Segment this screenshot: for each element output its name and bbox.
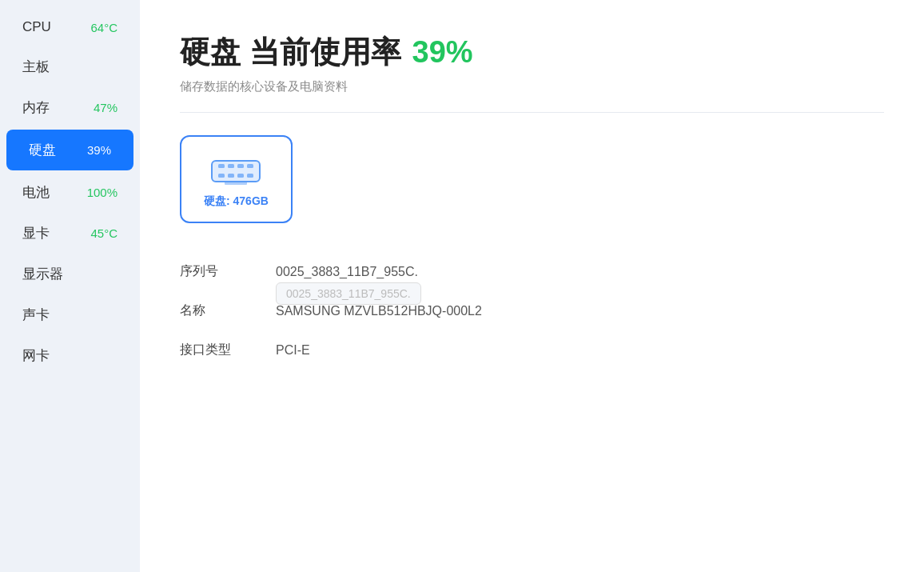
svg-rect-5 — [247, 164, 253, 168]
sidebar-label-cpu: CPU — [22, 19, 51, 35]
field-value-0: 0025_3883_11B7_955C.0025_3883_11B7_955C. — [276, 252, 884, 291]
svg-rect-8 — [237, 174, 244, 178]
field-key-0: 序列号 — [180, 252, 276, 291]
sidebar-value-gpu: 45°C — [90, 226, 117, 240]
main-content: 硬盘 当前使用率 39% 储存数据的核心设备及电脑资料 硬盘: 476GB — [140, 0, 924, 572]
table-row: 名称SAMSUNG MZVLB512HBJQ-000L2 — [180, 291, 884, 330]
sidebar-item-battery[interactable]: 电池100% — [0, 172, 140, 213]
sidebar: CPU64°C主板内存47%硬盘39%电池100%显卡45°C显示器声卡网卡 — [0, 0, 140, 572]
sidebar-label-motherboard: 主板 — [22, 58, 50, 76]
svg-rect-10 — [225, 182, 247, 185]
sidebar-value-disk: 39% — [87, 143, 111, 157]
sidebar-label-sound: 声卡 — [22, 306, 50, 324]
field-key-2: 接口类型 — [180, 330, 276, 370]
sidebar-label-memory: 内存 — [22, 98, 50, 117]
sidebar-label-monitor: 显示器 — [22, 265, 63, 283]
disk-card[interactable]: 硬盘: 476GB — [180, 135, 293, 223]
sidebar-label-gpu: 显卡 — [22, 224, 50, 242]
page-title-percent: 39% — [412, 35, 473, 70]
sidebar-value-cpu: 64°C — [90, 21, 117, 34]
svg-rect-6 — [218, 174, 225, 178]
disk-icon — [210, 154, 261, 186]
disk-card-label: 硬盘: 476GB — [204, 194, 269, 209]
page-title: 硬盘 当前使用率 39% — [180, 32, 884, 73]
sidebar-label-battery: 电池 — [22, 183, 50, 202]
page-header: 硬盘 当前使用率 39% 储存数据的核心设备及电脑资料 — [180, 32, 884, 94]
field-value-1: SAMSUNG MZVLB512HBJQ-000L2 — [276, 291, 884, 330]
sidebar-item-sound[interactable]: 声卡 — [0, 294, 140, 335]
sidebar-item-disk[interactable]: 硬盘39% — [6, 130, 133, 170]
serial-text: 0025_3883_11B7_955C. — [276, 265, 418, 278]
page-title-text: 硬盘 当前使用率 — [180, 32, 401, 73]
svg-rect-0 — [212, 161, 260, 182]
serial-wrapper: 0025_3883_11B7_955C.0025_3883_11B7_955C. — [276, 265, 418, 279]
svg-rect-7 — [228, 174, 234, 178]
svg-rect-9 — [247, 174, 253, 178]
sidebar-value-memory: 47% — [94, 101, 117, 114]
svg-rect-2 — [218, 164, 225, 168]
sidebar-item-memory[interactable]: 内存47% — [0, 87, 140, 128]
info-table: 序列号0025_3883_11B7_955C.0025_3883_11B7_95… — [180, 252, 884, 370]
sidebar-item-cpu[interactable]: CPU64°C — [0, 8, 140, 46]
svg-rect-4 — [237, 164, 244, 168]
table-row: 接口类型PCI-E — [180, 330, 884, 370]
field-key-1: 名称 — [180, 291, 276, 330]
sidebar-label-disk: 硬盘 — [29, 141, 56, 159]
section-divider — [180, 112, 884, 113]
sidebar-item-monitor[interactable]: 显示器 — [0, 254, 140, 294]
sidebar-value-battery: 100% — [87, 186, 117, 199]
sidebar-item-motherboard[interactable]: 主板 — [0, 46, 140, 87]
sidebar-item-network[interactable]: 网卡 — [0, 335, 140, 376]
field-value-2: PCI-E — [276, 330, 884, 370]
table-row: 序列号0025_3883_11B7_955C.0025_3883_11B7_95… — [180, 252, 884, 291]
sidebar-label-network: 网卡 — [22, 346, 50, 365]
svg-rect-3 — [228, 164, 234, 168]
page-subtitle: 储存数据的核心设备及电脑资料 — [180, 79, 884, 94]
sidebar-item-gpu[interactable]: 显卡45°C — [0, 213, 140, 254]
